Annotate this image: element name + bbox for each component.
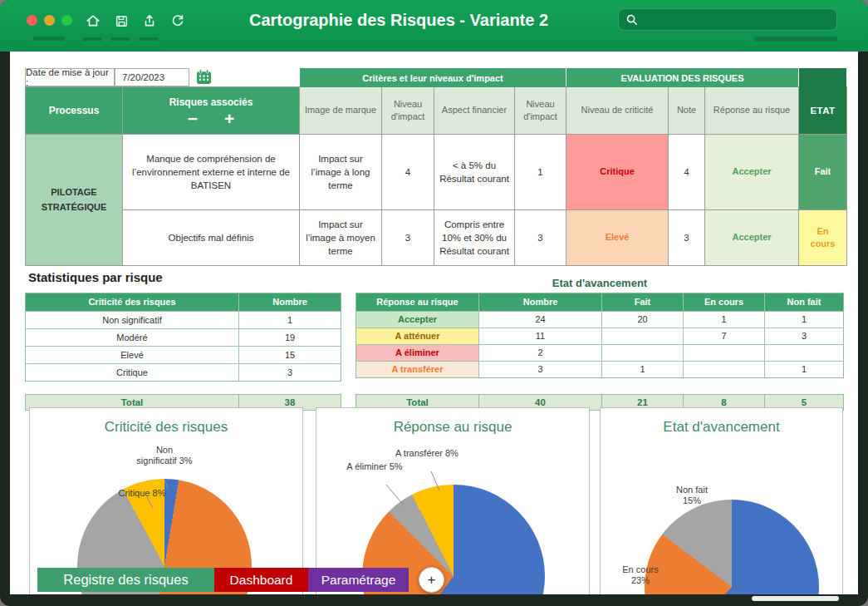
cell-aspect-financier[interactable]: < à 5% du Résultat courant [434, 135, 514, 209]
reponse-stats-table: Réponse au risque Nombre Fait En cours N… [356, 293, 844, 378]
chrome-pill [82, 37, 102, 41]
stat-label-eliminer: A éliminer [356, 345, 478, 361]
save-icon [115, 14, 129, 28]
pie-callout: Non fait 15% [667, 485, 717, 506]
home-button[interactable] [83, 11, 103, 31]
stat-value: 7 [684, 328, 764, 344]
cell-reponse[interactable]: Accepter [705, 210, 798, 265]
cell-aspect-financier[interactable]: Compris entre 10% et 30% du Résultat cou… [434, 210, 514, 265]
avancement-title: Etat d'avancement [356, 277, 844, 289]
subheader-niveau-impact-2: Niveau d'impact [515, 87, 566, 134]
cell-risque[interactable]: Manque de compréhension de l’environneme… [123, 135, 299, 209]
date-value-field[interactable]: 7/20/2023 [115, 68, 189, 86]
column-header: Fait [602, 293, 683, 311]
stat-label: Non significatif [26, 312, 238, 328]
cell-etat[interactable]: En cours [799, 210, 846, 265]
stat-label-attenuer: A atténuer [356, 328, 478, 344]
stat-value: 2 [479, 345, 601, 361]
search-box[interactable] [618, 8, 837, 31]
chart-title: Etat d'avancement [601, 419, 842, 436]
chart-panel-criticite: Criticité des risques Non significatif 3… [29, 407, 303, 594]
cell-niveau-impact[interactable]: 4 [382, 135, 434, 209]
minimize-window-button[interactable] [44, 15, 55, 26]
stat-label: Critique [26, 364, 238, 381]
stat-value [765, 345, 843, 361]
subheader-note: Note [669, 87, 704, 134]
subheader-aspect-financier: Aspect financier [434, 87, 514, 134]
horizontal-scrollbar[interactable] [752, 596, 839, 601]
table-header-bands: Critères et leur niveaux d'impact EVALUA… [300, 68, 798, 87]
chrome-pill [110, 37, 130, 41]
cell-note[interactable]: 4 [669, 135, 704, 209]
cell-image-marque[interactable]: Impact sur l’image à long terme [300, 135, 381, 209]
cell-criticite[interactable]: Critique [566, 135, 668, 209]
stat-value [602, 328, 683, 344]
risk-table: Processus Risques associés − + Image de … [25, 86, 847, 266]
stat-label: Modéré [26, 329, 238, 346]
remove-risk-button[interactable]: − [188, 112, 198, 126]
refresh-button[interactable] [168, 11, 188, 31]
stat-value: 1 [765, 362, 843, 377]
stat-value: 1 [602, 362, 683, 377]
sheet-tab-parametrage[interactable]: Paramétrage [308, 568, 409, 592]
sheet-content: Date de mise à jour : 7/20/2023 Critères… [10, 52, 858, 594]
header-risques-label: Risques associés [169, 96, 253, 110]
criticite-stats-table: Criticité des risques Nombre Non signifi… [25, 293, 341, 382]
zoom-window-button[interactable] [61, 15, 72, 26]
subheader-niveau-impact-1: Niveau d'impact [382, 87, 434, 134]
header-etat: ETAT [799, 87, 846, 134]
column-header: Nombre [239, 293, 341, 311]
stat-value [602, 345, 683, 361]
chrome-pill [33, 37, 65, 41]
cell-image-marque[interactable]: Impact sur l’image à moyen terme [300, 210, 381, 265]
sheet-tab-dashboard[interactable]: Dashboard [214, 568, 308, 592]
add-risk-button[interactable]: + [224, 112, 234, 126]
pie-callout: En cours 23% [615, 564, 665, 586]
cell-niveau-impact[interactable]: 3 [515, 210, 566, 265]
stat-label-accepter: Accepter [356, 312, 478, 328]
home-icon [86, 13, 101, 28]
date-label: Date de mise à jour : [25, 68, 115, 86]
pie-callout: Non significatif 3% [135, 445, 194, 466]
stat-value [684, 362, 764, 377]
stat-value: 15 [239, 347, 341, 363]
refresh-icon [170, 13, 185, 28]
column-header: En cours [684, 293, 764, 311]
search-icon [625, 13, 638, 26]
band-criteria: Critères et leur niveaux d'impact [300, 68, 566, 87]
header-processus: Processus [26, 87, 122, 134]
sheet-tab-registre-des-risques[interactable]: Registre des risques [37, 568, 214, 592]
band-evaluation: EVALUATION DES RISQUES [566, 68, 798, 87]
cell-niveau-impact[interactable]: 3 [382, 210, 434, 265]
cell-reponse[interactable]: Accepter [705, 135, 798, 209]
cell-risque[interactable]: Objectifs mal définis [123, 210, 299, 265]
chart-title: Réponse au risque [316, 419, 589, 436]
stat-value: 11 [479, 328, 601, 344]
window-title: Cartographie des Risques - Variante 2 [199, 11, 598, 30]
stat-value: 20 [602, 312, 683, 328]
column-header: Criticité des risques [26, 293, 238, 311]
share-button[interactable] [140, 11, 159, 31]
cell-process-name[interactable]: PILOTAGE STRATÉGIQUE [26, 135, 122, 265]
cell-etat[interactable]: Fait [799, 135, 846, 209]
calendar-icon[interactable] [196, 69, 212, 88]
subheader-niveau-criticite: Niveau de criticité [566, 87, 668, 134]
cell-niveau-impact[interactable]: 1 [515, 135, 566, 209]
add-sheet-button[interactable]: + [419, 567, 444, 593]
etat-header-extension [799, 68, 846, 88]
save-button[interactable] [111, 11, 131, 31]
stat-value: 3 [479, 362, 601, 377]
column-header: Réponse au risque [356, 293, 478, 311]
close-window-button[interactable] [27, 15, 37, 26]
cell-note[interactable]: 3 [669, 210, 704, 265]
stats-section-title: Statistiques par risque [28, 270, 163, 284]
share-icon [142, 13, 157, 28]
search-input[interactable] [643, 12, 830, 27]
cell-criticite[interactable]: Elevé [566, 210, 668, 265]
app-window: Cartographie des Risques - Variante 2 Da… [0, 0, 868, 606]
subheader-image-marque: Image de marque [300, 87, 381, 134]
subheader-reponse: Réponse au risque [705, 87, 798, 134]
stat-value: 19 [239, 329, 341, 346]
stat-label: Elevé [26, 347, 238, 363]
chart-panel-reponse: Réponse au risque A transférer 8% A élim… [316, 407, 590, 594]
